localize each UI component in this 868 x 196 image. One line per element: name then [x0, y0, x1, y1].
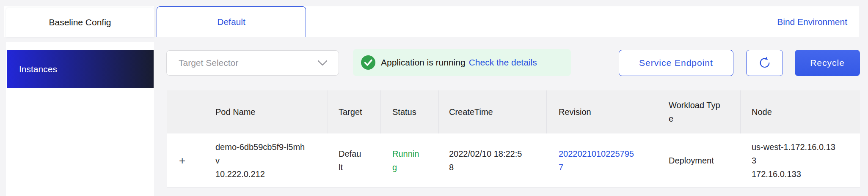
cell-revision: 20220210102257957	[547, 133, 655, 187]
table-row: + demo-6db59cb5f9-l5mhv 10.222.0.212 Def…	[167, 133, 860, 188]
node-ip: 172.16.0.133	[752, 167, 837, 181]
status-running-text: Running	[392, 147, 421, 174]
status-banner: Application is running Check the details	[353, 49, 571, 76]
node-name: us-west-1.172.16.0.133	[752, 140, 837, 167]
header-revision: Revision	[547, 90, 655, 133]
tab-default-label: Default	[217, 17, 245, 27]
revision-link[interactable]: 20220210102257957	[559, 147, 636, 174]
sidebar: Instances	[6, 42, 154, 196]
expand-row-button[interactable]: +	[179, 155, 185, 166]
refresh-button[interactable]	[746, 50, 783, 76]
service-endpoint-button[interactable]: Service Endpoint	[619, 50, 733, 76]
pod-ip: 10.222.0.212	[215, 167, 306, 181]
header-createtime: CreateTime	[439, 90, 547, 133]
sidebar-item-instances[interactable]: Instances	[7, 50, 154, 88]
pod-name: demo-6db59cb5f9-l5mhv	[215, 140, 306, 167]
cell-status: Running	[381, 133, 439, 187]
header-workload-type: Workload Type	[655, 90, 741, 133]
success-check-icon	[361, 55, 376, 70]
tab-bar: Baseline Config Default Bind Environment	[4, 6, 859, 37]
cell-node: us-west-1.172.16.0.133 172.16.0.133	[741, 133, 860, 187]
cell-createtime: 2022/02/10 18:22:58	[439, 133, 547, 187]
table-header-row: Pod Name Target Status CreateTime Revisi…	[167, 90, 860, 133]
header-node: Node	[741, 90, 860, 133]
tab-default[interactable]: Default	[157, 6, 306, 37]
refresh-icon	[758, 56, 772, 70]
tab-baseline-config[interactable]: Baseline Config	[6, 8, 154, 37]
cell-workload-type: Deployment	[655, 133, 741, 187]
instances-table: Pod Name Target Status CreateTime Revisi…	[167, 90, 860, 188]
header-status: Status	[381, 90, 439, 133]
recycle-button[interactable]: Recycle	[795, 50, 860, 76]
check-details-link[interactable]: Check the details	[469, 57, 537, 68]
header-pod-name: Pod Name	[215, 90, 328, 133]
bind-environment-link[interactable]: Bind Environment	[777, 6, 847, 37]
tab-baseline-config-label: Baseline Config	[49, 17, 111, 27]
header-target: Target	[328, 90, 381, 133]
status-banner-text: Application is running	[381, 57, 466, 68]
target-selector-dropdown[interactable]: Target Selector	[166, 50, 339, 76]
sidebar-item-instances-label: Instances	[19, 64, 57, 74]
cell-target: Default	[328, 133, 381, 187]
target-selector-placeholder: Target Selector	[179, 58, 317, 68]
cell-pod-name: demo-6db59cb5f9-l5mhv 10.222.0.212	[215, 133, 328, 187]
header-expander	[167, 90, 215, 133]
chevron-down-icon	[317, 60, 328, 66]
